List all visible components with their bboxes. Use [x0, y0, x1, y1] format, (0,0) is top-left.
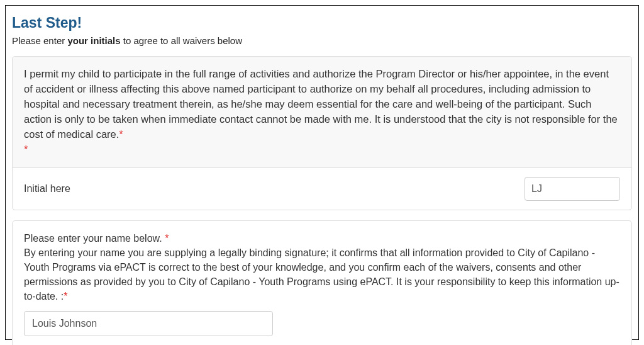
required-asterisk: *: [119, 128, 123, 140]
waiver-text: I permit my child to participate in the …: [13, 57, 631, 167]
signature-box: Please enter your name below. * By enter…: [12, 220, 632, 345]
signature-prompt-line2: By entering your name you are supplying …: [24, 247, 619, 302]
subheading-suffix: to agree to all waivers below: [121, 35, 242, 46]
signature-prompt: Please enter your name below. * By enter…: [24, 231, 620, 304]
form-container: Last Step! Please enter your initials to…: [5, 5, 639, 340]
subheading-prefix: Please enter: [12, 35, 67, 46]
waiver-box: I permit my child to participate in the …: [12, 56, 632, 210]
initial-row: Initial here: [13, 167, 631, 210]
signature-prompt-line1: Please enter your name below.: [24, 233, 165, 244]
initial-input[interactable]: [525, 177, 620, 201]
subheading-bold: your initials: [67, 35, 120, 46]
required-asterisk-line2: *: [24, 142, 620, 157]
page-subheading: Please enter your initials to agree to a…: [12, 35, 632, 46]
initial-label: Initial here: [24, 183, 70, 195]
name-input[interactable]: [24, 311, 273, 336]
required-asterisk-sig2: *: [64, 291, 67, 302]
waiver-body: I permit my child to participate in the …: [24, 68, 618, 140]
page-heading: Last Step!: [12, 14, 632, 31]
required-asterisk-sig1: *: [165, 233, 169, 244]
